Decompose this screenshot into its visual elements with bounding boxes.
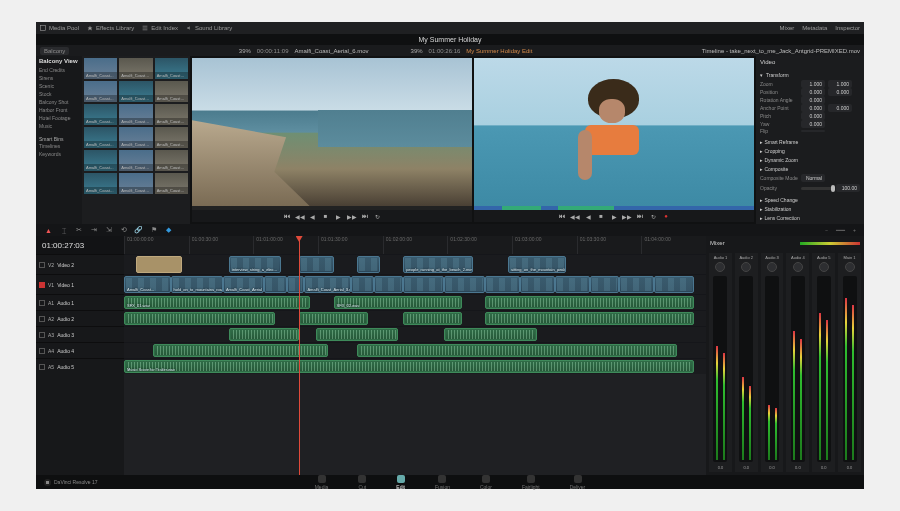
- sequence-name[interactable]: My Summer Holiday Edit: [466, 48, 532, 54]
- program-viewer-screen[interactable]: [474, 58, 754, 206]
- step-fwd-button[interactable]: ▶▶: [348, 212, 356, 220]
- page-tab-fairlight[interactable]: Fairlight: [522, 475, 540, 490]
- video-clip[interactable]: [357, 256, 380, 273]
- video-track-header[interactable]: V2Video 2: [36, 254, 124, 274]
- opacity-slider[interactable]: [801, 187, 833, 190]
- source-scrub-bar[interactable]: [192, 206, 472, 210]
- pan-knob[interactable]: [793, 262, 803, 272]
- bin-selector[interactable]: Balcony: [40, 47, 69, 55]
- audio-clip[interactable]: [444, 328, 537, 341]
- bin-item[interactable]: Harbor Front: [39, 106, 79, 114]
- video-clip[interactable]: [485, 276, 520, 293]
- audio-track[interactable]: SFX_01.wavSFX_02.wav: [124, 294, 706, 310]
- param-value[interactable]: 0.000: [801, 120, 825, 128]
- video-clip[interactable]: [299, 256, 334, 273]
- inspector-section[interactable]: ▸ Dynamic Zoom: [760, 157, 860, 163]
- smart-bin-item[interactable]: Keywords: [39, 150, 79, 158]
- param-value[interactable]: 0.000: [828, 88, 852, 96]
- video-clip[interactable]: [619, 276, 654, 293]
- bin-item[interactable]: Sirens: [39, 74, 79, 82]
- clip-thumbnail[interactable]: [119, 104, 152, 125]
- audio-clip[interactable]: [316, 328, 397, 341]
- inspector-section[interactable]: ▸ Smart Reframe: [760, 139, 860, 145]
- audio-clip[interactable]: [229, 328, 299, 341]
- param-value[interactable]: 1.000: [801, 80, 825, 88]
- video-clip[interactable]: [403, 276, 444, 293]
- composite-mode-value[interactable]: Normal: [801, 174, 825, 182]
- pan-knob[interactable]: [741, 262, 751, 272]
- audio-track-header[interactable]: A2Audio 2: [36, 310, 124, 326]
- timeline-area[interactable]: 01:00:00:0001:00:30:0001:01:00:0001:01:3…: [124, 236, 706, 475]
- video-track[interactable]: Amalfi_Coast...hold_on_to_mountains_road…: [124, 274, 706, 294]
- video-clip[interactable]: [590, 276, 619, 293]
- clip-thumbnail[interactable]: [155, 104, 188, 125]
- inspector-section-transform[interactable]: ▾Transform: [760, 72, 860, 78]
- audio-clip[interactable]: Music Score for Trailer.wav: [124, 360, 694, 373]
- tab-inspector[interactable]: Inspector: [835, 25, 860, 31]
- video-clip[interactable]: [287, 276, 304, 293]
- param-value[interactable]: 0.000: [801, 112, 825, 120]
- bin-item[interactable]: Balcony Shot: [39, 98, 79, 106]
- param-value[interactable]: [801, 130, 825, 132]
- track-arm-toggle[interactable]: [39, 316, 45, 322]
- loop-button[interactable]: ↻: [374, 212, 382, 220]
- overwrite-tool[interactable]: ⇲: [104, 226, 113, 235]
- video-clip[interactable]: [264, 276, 287, 293]
- audio-clip[interactable]: [485, 296, 695, 309]
- clip-thumbnail[interactable]: [119, 173, 152, 194]
- video-track[interactable]: interview_string_a_elec...people_running…: [124, 254, 706, 274]
- page-tab-cut[interactable]: Cut: [358, 475, 366, 490]
- inspector-section[interactable]: ▸ Stabilization: [760, 206, 860, 212]
- inspector-section[interactable]: ▸ Speed Change: [760, 197, 860, 203]
- clip-thumbnail[interactable]: [155, 173, 188, 194]
- clip-thumbnail[interactable]: [84, 173, 117, 194]
- clip-thumbnail[interactable]: [84, 150, 117, 171]
- step-back-button[interactable]: ◀◀: [571, 212, 579, 220]
- param-value[interactable]: 0.000: [801, 88, 825, 96]
- video-clip[interactable]: Amalfi_Coast_Aerial_3.mov: [304, 276, 351, 293]
- audio-clip[interactable]: SFX_01.wav: [124, 296, 310, 309]
- playhead[interactable]: [299, 236, 300, 475]
- video-clip[interactable]: Amalfi_Coast_Aerial_2.mov: [223, 276, 264, 293]
- video-clip[interactable]: [444, 276, 485, 293]
- record-button[interactable]: ●: [662, 212, 670, 220]
- page-tab-color[interactable]: Color: [480, 475, 492, 490]
- tab-mixer[interactable]: Mixer: [780, 25, 795, 31]
- selection-tool[interactable]: ▲: [44, 226, 53, 235]
- audio-track[interactable]: [124, 326, 706, 342]
- smart-bin-item[interactable]: Timelines: [39, 142, 79, 150]
- video-clip[interactable]: sitting_on_the_mountain_peak...: [508, 256, 566, 273]
- track-arm-toggle[interactable]: [39, 364, 45, 370]
- channel-fader[interactable]: [739, 276, 753, 462]
- source-viewer-screen[interactable]: [192, 58, 472, 206]
- tab-sound-library[interactable]: Sound Library: [186, 25, 232, 31]
- clip-thumbnail[interactable]: [155, 127, 188, 148]
- param-value[interactable]: 0.000: [801, 96, 825, 104]
- clip-thumbnail[interactable]: [119, 150, 152, 171]
- loop-button[interactable]: ↻: [649, 212, 657, 220]
- channel-fader[interactable]: [713, 276, 727, 462]
- first-frame-button[interactable]: ⏮: [283, 212, 291, 220]
- video-clip[interactable]: people_running_at_the_beach_2.mov: [403, 256, 473, 273]
- channel-fader[interactable]: [817, 276, 831, 462]
- video-clip[interactable]: Amalfi_Coast...: [124, 276, 171, 293]
- tab-metadata[interactable]: Metadata: [802, 25, 827, 31]
- bin-item[interactable]: Hotel Footage: [39, 114, 79, 122]
- page-tab-deliver[interactable]: Deliver: [570, 475, 586, 490]
- page-tab-media[interactable]: Media: [315, 475, 329, 490]
- pan-knob[interactable]: [715, 262, 725, 272]
- timeline-ruler[interactable]: 01:00:00:0001:00:30:0001:01:00:0001:01:3…: [124, 236, 706, 254]
- program-scrub-bar[interactable]: [474, 206, 754, 210]
- audio-clip[interactable]: [403, 312, 461, 325]
- video-clip[interactable]: [136, 256, 183, 273]
- tab-edit-index[interactable]: Edit Index: [142, 25, 178, 31]
- pan-knob[interactable]: [819, 262, 829, 272]
- insert-tool[interactable]: ⇥: [89, 226, 98, 235]
- video-clip[interactable]: [520, 276, 555, 293]
- video-clip[interactable]: [555, 276, 590, 293]
- page-tab-edit[interactable]: Edit: [396, 475, 405, 490]
- clip-thumbnail[interactable]: [119, 58, 152, 79]
- audio-track[interactable]: [124, 310, 706, 326]
- program-zoom[interactable]: 39%: [411, 48, 423, 54]
- clip-thumbnail[interactable]: [119, 81, 152, 102]
